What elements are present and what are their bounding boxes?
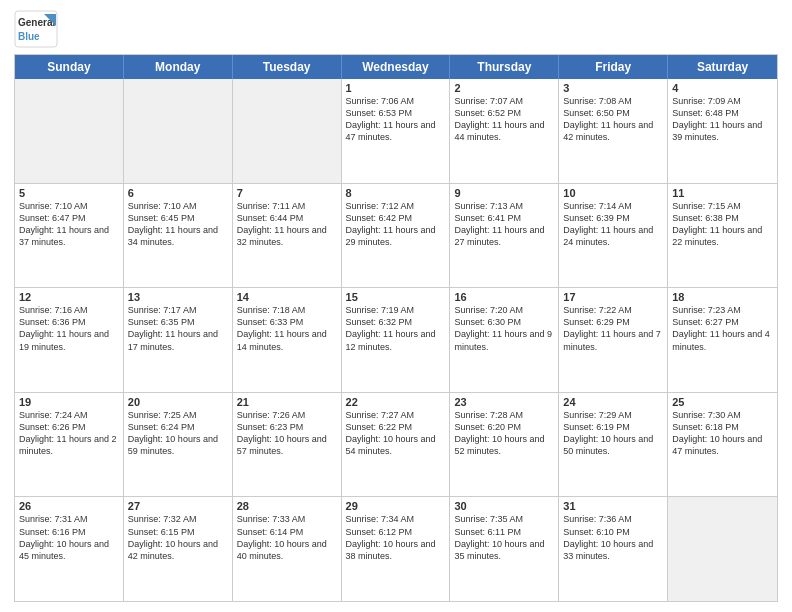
calendar-cell [124,79,233,183]
day-info: Sunrise: 7:12 AM Sunset: 6:42 PM Dayligh… [346,200,446,249]
page: GeneralBlue SundayMondayTuesdayWednesday… [0,0,792,612]
day-number: 2 [454,82,554,94]
day-number: 24 [563,396,663,408]
logo: GeneralBlue [14,10,58,48]
calendar-cell [233,79,342,183]
calendar-row-4: 26Sunrise: 7:31 AM Sunset: 6:16 PM Dayli… [15,497,777,601]
calendar-cell: 3Sunrise: 7:08 AM Sunset: 6:50 PM Daylig… [559,79,668,183]
day-number: 19 [19,396,119,408]
day-number: 12 [19,291,119,303]
day-info: Sunrise: 7:17 AM Sunset: 6:35 PM Dayligh… [128,304,228,353]
day-number: 18 [672,291,773,303]
header-cell-wednesday: Wednesday [342,55,451,79]
calendar-cell: 10Sunrise: 7:14 AM Sunset: 6:39 PM Dayli… [559,184,668,288]
day-number: 30 [454,500,554,512]
calendar-cell: 16Sunrise: 7:20 AM Sunset: 6:30 PM Dayli… [450,288,559,392]
day-info: Sunrise: 7:30 AM Sunset: 6:18 PM Dayligh… [672,409,773,458]
day-info: Sunrise: 7:34 AM Sunset: 6:12 PM Dayligh… [346,513,446,562]
header-cell-monday: Monday [124,55,233,79]
day-info: Sunrise: 7:28 AM Sunset: 6:20 PM Dayligh… [454,409,554,458]
day-number: 20 [128,396,228,408]
calendar-row-0: 1Sunrise: 7:06 AM Sunset: 6:53 PM Daylig… [15,79,777,184]
svg-text:Blue: Blue [18,31,40,42]
calendar-cell: 31Sunrise: 7:36 AM Sunset: 6:10 PM Dayli… [559,497,668,601]
day-number: 14 [237,291,337,303]
header: GeneralBlue [14,10,778,48]
day-info: Sunrise: 7:09 AM Sunset: 6:48 PM Dayligh… [672,95,773,144]
day-info: Sunrise: 7:15 AM Sunset: 6:38 PM Dayligh… [672,200,773,249]
day-number: 7 [237,187,337,199]
calendar-cell: 11Sunrise: 7:15 AM Sunset: 6:38 PM Dayli… [668,184,777,288]
day-number: 11 [672,187,773,199]
day-number: 9 [454,187,554,199]
day-info: Sunrise: 7:10 AM Sunset: 6:45 PM Dayligh… [128,200,228,249]
day-number: 21 [237,396,337,408]
day-info: Sunrise: 7:31 AM Sunset: 6:16 PM Dayligh… [19,513,119,562]
calendar: SundayMondayTuesdayWednesdayThursdayFrid… [14,54,778,602]
calendar-cell: 22Sunrise: 7:27 AM Sunset: 6:22 PM Dayli… [342,393,451,497]
day-info: Sunrise: 7:25 AM Sunset: 6:24 PM Dayligh… [128,409,228,458]
calendar-cell: 6Sunrise: 7:10 AM Sunset: 6:45 PM Daylig… [124,184,233,288]
header-cell-friday: Friday [559,55,668,79]
calendar-cell: 28Sunrise: 7:33 AM Sunset: 6:14 PM Dayli… [233,497,342,601]
calendar-cell: 26Sunrise: 7:31 AM Sunset: 6:16 PM Dayli… [15,497,124,601]
calendar-cell: 20Sunrise: 7:25 AM Sunset: 6:24 PM Dayli… [124,393,233,497]
header-cell-sunday: Sunday [15,55,124,79]
day-info: Sunrise: 7:29 AM Sunset: 6:19 PM Dayligh… [563,409,663,458]
day-info: Sunrise: 7:11 AM Sunset: 6:44 PM Dayligh… [237,200,337,249]
calendar-header: SundayMondayTuesdayWednesdayThursdayFrid… [15,55,777,79]
calendar-cell: 30Sunrise: 7:35 AM Sunset: 6:11 PM Dayli… [450,497,559,601]
day-number: 27 [128,500,228,512]
day-number: 6 [128,187,228,199]
calendar-row-2: 12Sunrise: 7:16 AM Sunset: 6:36 PM Dayli… [15,288,777,393]
calendar-cell: 25Sunrise: 7:30 AM Sunset: 6:18 PM Dayli… [668,393,777,497]
calendar-cell: 12Sunrise: 7:16 AM Sunset: 6:36 PM Dayli… [15,288,124,392]
day-info: Sunrise: 7:33 AM Sunset: 6:14 PM Dayligh… [237,513,337,562]
day-info: Sunrise: 7:08 AM Sunset: 6:50 PM Dayligh… [563,95,663,144]
calendar-cell: 1Sunrise: 7:06 AM Sunset: 6:53 PM Daylig… [342,79,451,183]
day-info: Sunrise: 7:13 AM Sunset: 6:41 PM Dayligh… [454,200,554,249]
day-number: 29 [346,500,446,512]
calendar-body: 1Sunrise: 7:06 AM Sunset: 6:53 PM Daylig… [15,79,777,601]
header-cell-saturday: Saturday [668,55,777,79]
day-info: Sunrise: 7:16 AM Sunset: 6:36 PM Dayligh… [19,304,119,353]
day-number: 10 [563,187,663,199]
header-cell-tuesday: Tuesday [233,55,342,79]
day-number: 22 [346,396,446,408]
day-info: Sunrise: 7:06 AM Sunset: 6:53 PM Dayligh… [346,95,446,144]
day-number: 26 [19,500,119,512]
calendar-cell [15,79,124,183]
day-info: Sunrise: 7:26 AM Sunset: 6:23 PM Dayligh… [237,409,337,458]
calendar-cell: 27Sunrise: 7:32 AM Sunset: 6:15 PM Dayli… [124,497,233,601]
day-info: Sunrise: 7:20 AM Sunset: 6:30 PM Dayligh… [454,304,554,353]
calendar-cell: 15Sunrise: 7:19 AM Sunset: 6:32 PM Dayli… [342,288,451,392]
logo-svg: GeneralBlue [14,10,58,48]
day-number: 16 [454,291,554,303]
calendar-cell [668,497,777,601]
calendar-cell: 8Sunrise: 7:12 AM Sunset: 6:42 PM Daylig… [342,184,451,288]
day-info: Sunrise: 7:36 AM Sunset: 6:10 PM Dayligh… [563,513,663,562]
calendar-cell: 18Sunrise: 7:23 AM Sunset: 6:27 PM Dayli… [668,288,777,392]
calendar-cell: 13Sunrise: 7:17 AM Sunset: 6:35 PM Dayli… [124,288,233,392]
calendar-cell: 4Sunrise: 7:09 AM Sunset: 6:48 PM Daylig… [668,79,777,183]
day-info: Sunrise: 7:14 AM Sunset: 6:39 PM Dayligh… [563,200,663,249]
day-number: 8 [346,187,446,199]
day-number: 1 [346,82,446,94]
day-number: 17 [563,291,663,303]
calendar-cell: 14Sunrise: 7:18 AM Sunset: 6:33 PM Dayli… [233,288,342,392]
calendar-cell: 5Sunrise: 7:10 AM Sunset: 6:47 PM Daylig… [15,184,124,288]
day-number: 23 [454,396,554,408]
day-info: Sunrise: 7:24 AM Sunset: 6:26 PM Dayligh… [19,409,119,458]
day-number: 4 [672,82,773,94]
calendar-cell: 7Sunrise: 7:11 AM Sunset: 6:44 PM Daylig… [233,184,342,288]
day-info: Sunrise: 7:27 AM Sunset: 6:22 PM Dayligh… [346,409,446,458]
calendar-row-1: 5Sunrise: 7:10 AM Sunset: 6:47 PM Daylig… [15,184,777,289]
calendar-cell: 19Sunrise: 7:24 AM Sunset: 6:26 PM Dayli… [15,393,124,497]
calendar-row-3: 19Sunrise: 7:24 AM Sunset: 6:26 PM Dayli… [15,393,777,498]
day-number: 13 [128,291,228,303]
calendar-cell: 9Sunrise: 7:13 AM Sunset: 6:41 PM Daylig… [450,184,559,288]
day-info: Sunrise: 7:18 AM Sunset: 6:33 PM Dayligh… [237,304,337,353]
day-number: 28 [237,500,337,512]
day-number: 5 [19,187,119,199]
calendar-cell: 29Sunrise: 7:34 AM Sunset: 6:12 PM Dayli… [342,497,451,601]
